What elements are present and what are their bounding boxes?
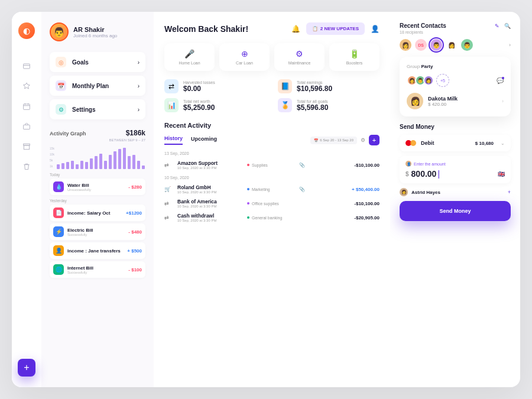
category-card[interactable]: ⚙ Maintinance: [274, 43, 325, 71]
send-money-button[interactable]: Send Money: [400, 201, 511, 221]
stat-label: Harvested losses: [183, 80, 215, 85]
rail-briefcase-icon[interactable]: [22, 122, 31, 131]
chart-bar: [99, 154, 102, 169]
person-amount: $ 420.00: [428, 102, 458, 107]
currency-flag-icon[interactable]: 🇬🇧: [498, 171, 505, 177]
activity-row[interactable]: 🛒 Roland GmbH 10 Sep, 2020 at 3:30 PM Ma…: [164, 182, 379, 196]
stat-value: $0.00: [183, 85, 215, 93]
activity-row[interactable]: ⇄ Amazon Support 10 Sep, 2020 at 3:30 PM…: [164, 158, 379, 172]
contact-avatar[interactable]: 👩: [446, 39, 458, 51]
txn-row[interactable]: 👤 Income : Jane transfers + $500: [50, 242, 145, 259]
rail-star-icon[interactable]: [22, 82, 31, 91]
contacts-next-icon[interactable]: ›: [509, 42, 511, 48]
nav-settings[interactable]: ⚙ Settings ›: [50, 99, 145, 119]
activity-row[interactable]: ⇄ Bank of America 10 Sep, 2020 at 3:30 P…: [164, 196, 379, 210]
chart-bar: [123, 148, 126, 169]
fab-add-button[interactable]: +: [18, 359, 35, 377]
chart-bar: [71, 161, 74, 169]
txn-title: Income : Jane transfers: [67, 248, 124, 254]
txn-group-label: Today: [50, 173, 145, 177]
edit-contacts-icon[interactable]: ✎: [495, 23, 499, 29]
nav-goals-label: Goals: [72, 59, 132, 66]
stat-value: $5,250.90: [183, 103, 215, 112]
chart-bar: [66, 162, 69, 169]
tab-upcoming[interactable]: Upcoming: [191, 136, 217, 144]
date-range-picker[interactable]: 📅 6 Sep 20 - 13 Sep 20: [310, 137, 357, 144]
activity-time: 10 Sep, 2020 at 3:30 PM: [177, 205, 242, 208]
chart-bar: [104, 161, 107, 169]
category-card[interactable]: 🔋 Boosters: [329, 43, 379, 71]
txn-icon: 📄: [53, 207, 64, 218]
stat-label: Total earnings: [297, 80, 332, 85]
enter-amount-label: Enter the amount: [414, 162, 446, 166]
activity-icon: 🛒: [164, 186, 173, 192]
nav-monthly-plan[interactable]: 📅 Monthly Plan ›: [50, 76, 145, 96]
activity-tag: Marketing: [247, 187, 294, 192]
attachment-icon[interactable]: 📎: [299, 163, 307, 168]
activity-day-label: 13 Sep, 2020: [164, 151, 379, 155]
search-contacts-icon[interactable]: 🔍: [504, 23, 511, 29]
chevron-right-icon: ›: [138, 59, 140, 66]
group-person-row[interactable]: 👩 Dakota Milk $ 420.00 ›: [407, 93, 504, 109]
activity-icon: ⇄: [164, 162, 173, 168]
txn-row[interactable]: ⚡ Electric Bill Successfully - $480: [50, 223, 145, 240]
amount-input[interactable]: 800.00: [411, 169, 495, 179]
tab-history[interactable]: History: [164, 135, 183, 145]
main-content: Welcom Back Shakir! 🔔 📋 2 NEW UPDATES 👤 …: [154, 12, 390, 387]
txn-title: Electric Bill: [67, 228, 125, 233]
activity-graph-title: Activity Graph: [50, 131, 86, 137]
txn-row[interactable]: 💧 Water Bill Unsuccessfully - $280: [50, 179, 145, 195]
user-icon[interactable]: 👤: [371, 25, 379, 33]
activity-time: 10 Sep, 2020 at 3:30 PM: [177, 166, 242, 170]
category-card[interactable]: 🎤 Home Loan: [164, 43, 215, 71]
send-money-title: Send Money: [400, 124, 511, 130]
rail-archive-icon[interactable]: [22, 142, 31, 151]
category-icon: 🎤: [167, 49, 212, 59]
svg-rect-2: [24, 125, 30, 129]
txn-row[interactable]: 🌐 Internet Bill Successfully - $100: [50, 261, 145, 278]
app-logo-icon: ◐: [18, 22, 35, 39]
category-card[interactable]: ⊕ Car Loan: [219, 43, 270, 71]
activity-amount: -$10,100.00: [354, 201, 379, 206]
recipient-row: 👩 Astrid Hayes +: [400, 188, 511, 196]
activity-name: Amazon Support: [177, 160, 242, 166]
attachment-icon[interactable]: 📎: [299, 187, 307, 192]
contact-avatar[interactable]: DS: [415, 39, 427, 51]
add-recipient-icon[interactable]: +: [508, 189, 511, 195]
card-type: Debit: [421, 140, 471, 146]
bell-icon[interactable]: 🔔: [291, 25, 300, 33]
updates-icon: 📋: [312, 26, 318, 31]
chart-bar: [142, 166, 145, 169]
updates-button[interactable]: 📋 2 NEW UPDATES: [306, 22, 365, 35]
rail-trash-icon[interactable]: [22, 162, 31, 171]
svg-rect-4: [24, 145, 29, 150]
stat-item: 📊 Total net worth $5,250.90: [164, 98, 266, 112]
stat-value: $5,596.80: [297, 103, 328, 112]
right-panel: Recent Contacts ✎ 🔍 18 recipients 👩DS👨👩👨…: [390, 12, 520, 387]
group-name: Party: [421, 64, 433, 69]
rail-calendar-icon[interactable]: [22, 102, 31, 111]
chart-bar: [113, 151, 116, 169]
add-activity-button[interactable]: +: [369, 135, 379, 145]
txn-title: Income: Salary Oct: [67, 210, 122, 216]
contact-avatar[interactable]: 👩: [400, 39, 411, 51]
amount-avatar-icon: 👤: [406, 161, 411, 167]
stat-label: Total net worth: [183, 99, 215, 103]
rail-home-icon[interactable]: [22, 61, 31, 71]
group-member-avatar[interactable]: 👩: [423, 75, 434, 86]
txn-row[interactable]: 📄 Income: Salary Oct +$1200: [50, 205, 145, 221]
contact-avatar[interactable]: 👨: [461, 39, 473, 51]
activity-icon: ⇄: [164, 200, 173, 206]
activity-settings-icon[interactable]: ⚙: [361, 137, 365, 143]
contact-avatar[interactable]: 👨: [430, 39, 442, 51]
profile-avatar[interactable]: [50, 22, 69, 41]
activity-row[interactable]: ⇄ Cash withdrawl 10 Sep, 2020 at 3:30 PM…: [164, 210, 379, 225]
nav-goals[interactable]: ◎ Goals ›: [50, 52, 145, 72]
group-chat-icon[interactable]: 💬: [497, 77, 504, 84]
card-selector[interactable]: Debit $ 10,680 ⌄: [400, 135, 511, 151]
category-icon: ⊕: [222, 49, 267, 59]
txn-icon: 👤: [53, 245, 64, 256]
sidebar: AR Shakir Joined 6 months ago ◎ Goals › …: [41, 12, 154, 387]
group-more-count[interactable]: +5: [436, 74, 449, 87]
category-label: Car Loan: [222, 61, 267, 65]
